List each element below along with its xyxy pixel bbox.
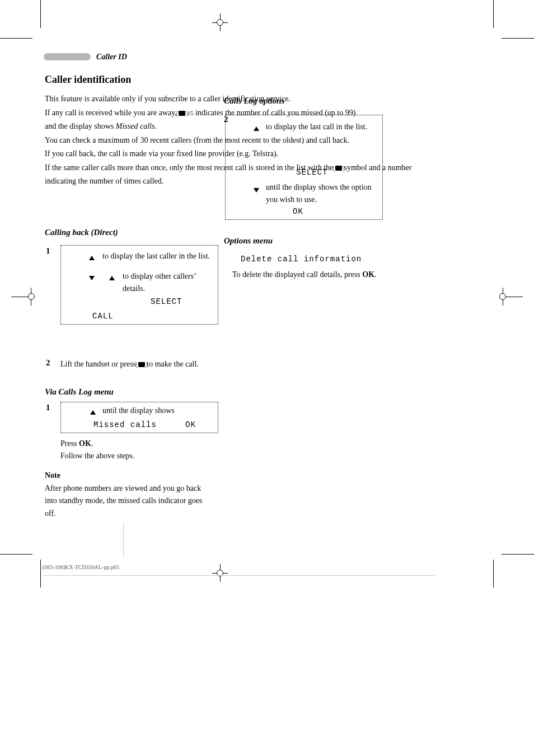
intro-l3-after: . <box>154 122 157 130</box>
display-box-right: to display the last call in the list. To… <box>225 115 383 220</box>
arrow-down-icon <box>254 188 259 192</box>
arrow-up-icon <box>90 410 96 415</box>
note-body: After phone numbers are viewed and you g… <box>45 482 213 520</box>
r-s2-l1: to display the last call in the list. <box>266 121 378 133</box>
options-menu-heading: Options menu <box>224 235 273 247</box>
page-title: Caller identification <box>45 73 131 87</box>
missed-count-illustration-num: 15 <box>187 110 193 116</box>
intro-l3-italic: Missed calls <box>116 122 155 130</box>
callback-heading: Calling back (Direct) <box>45 227 118 238</box>
ok-label: OK <box>185 420 196 429</box>
arrow-up-icon <box>109 276 115 280</box>
registration-mark-right <box>503 288 523 306</box>
note-label: Note <box>45 470 60 481</box>
s1-line2: to display other callers’ details. <box>123 270 217 295</box>
arrow-down-icon <box>89 276 95 280</box>
call-label: CALL <box>92 312 114 321</box>
ok-label-r: OK <box>293 207 303 216</box>
registration-mark-top <box>200 13 240 31</box>
select-label-r: SELECT <box>296 168 327 177</box>
phone-icon <box>138 362 145 367</box>
arrow-up-icon <box>254 126 259 131</box>
mstep-l1: until the display shows <box>102 405 214 417</box>
phone-icon <box>179 111 185 116</box>
footer-divider <box>43 575 434 576</box>
intro-l3-pre: and the display shows <box>45 122 114 130</box>
vertical-dots-divider <box>123 523 124 557</box>
menu-step-number: 1 <box>46 403 50 412</box>
missed-calls-text: Missed calls <box>93 420 157 429</box>
intro-l2-pre: If any call is received while you are aw… <box>45 109 179 117</box>
header-pill <box>44 53 91 60</box>
registration-mark-left <box>11 288 31 306</box>
arrow-up-icon <box>89 256 95 260</box>
s1-line1: to display the last caller in the list. <box>102 250 214 262</box>
footer-file-info: (083-108)KX-TCD430AL-pp.p65 <box>43 564 119 570</box>
section-label: Caller ID <box>96 51 127 63</box>
delete-call-info-body: To delete the displayed call details, pr… <box>232 269 383 281</box>
display-box-left-1: to display the last caller in the list. … <box>60 245 218 325</box>
via-calls-log-heading: Via Calls Log menu <box>45 386 114 398</box>
display-box-missed-calls: until the display shows Missed calls OK <box>60 402 218 433</box>
registration-mark-bottom <box>200 564 240 582</box>
mstep-after: Press OK. Follow the above steps. <box>60 438 217 463</box>
s2-body: Lift the handset or press to make the ca… <box>60 358 217 370</box>
step-number-1: 1 <box>46 246 50 256</box>
select-label: SELECT <box>151 297 182 306</box>
delete-call-info-label: Delete call information <box>241 254 362 265</box>
step-number-2: 2 <box>46 358 50 368</box>
right-subheading-top: Calls Log options <box>224 95 284 107</box>
r-s2-l5: until the display shows the option you w… <box>266 181 378 206</box>
